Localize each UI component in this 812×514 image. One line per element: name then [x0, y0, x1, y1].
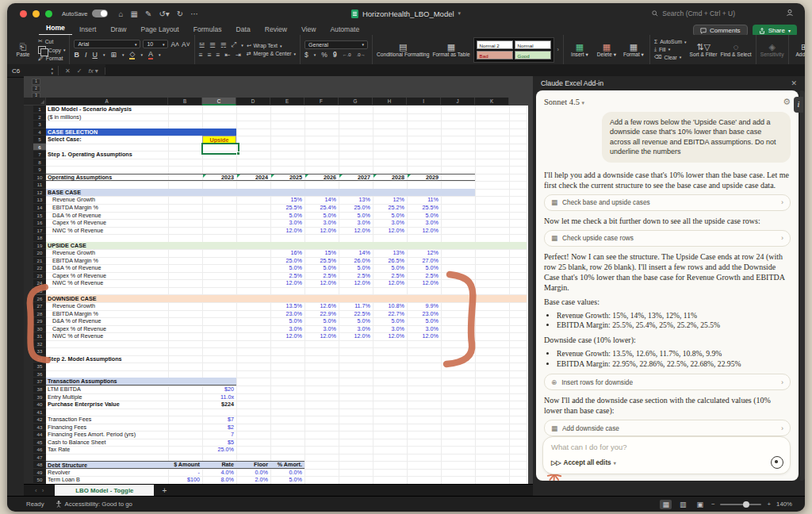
cell-style-normal2[interactable]: Normal 2: [477, 40, 513, 49]
grid-cell-F27[interactable]: 12.6%: [304, 302, 339, 310]
row-header-22[interactable]: 22: [33, 264, 46, 272]
merge-center-button[interactable]: ⇄Merge & Center▾: [247, 51, 296, 57]
cell-style-good[interactable]: Good: [515, 51, 551, 59]
grid-cell-I15[interactable]: 5.0%: [407, 212, 441, 220]
grid-cell-C40[interactable]: $224: [202, 401, 236, 409]
grid-cell-H17[interactable]: 12.0%: [373, 227, 407, 235]
row-header-44[interactable]: 44: [33, 431, 46, 439]
row-header-17[interactable]: 17: [33, 227, 46, 235]
row-header-10[interactable]: 10: [33, 174, 46, 182]
column-header-B[interactable]: B: [168, 98, 202, 105]
row-header-50[interactable]: 50: [33, 476, 46, 484]
row-header-2[interactable]: 2: [33, 113, 46, 121]
grid-cell-A29[interactable]: D&A % of Revenue: [46, 317, 168, 325]
row-header-26[interactable]: 26: [33, 295, 46, 303]
row-header-34[interactable]: 34: [33, 355, 46, 363]
grid-cell-A22[interactable]: D&A % of Revenue: [46, 264, 168, 272]
autosave-toggle[interactable]: [92, 10, 108, 17]
grid-cell-E21[interactable]: 25.0%: [270, 257, 304, 265]
grid-cell-D48[interactable]: Floor: [236, 461, 270, 469]
grid-cell-I30[interactable]: 3.0%: [407, 325, 441, 333]
close-window-button[interactable]: [20, 10, 27, 17]
grid-cell-B48[interactable]: $ Amount: [168, 461, 202, 469]
grid-cell-D49[interactable]: 0.0%: [236, 469, 270, 477]
row-header-49[interactable]: 49: [33, 469, 46, 477]
ribbon-tab-home[interactable]: Home: [39, 24, 72, 36]
grid-cell-I24[interactable]: 12.0%: [407, 279, 441, 287]
grid-cell-A17[interactable]: NWC % of Revenue: [46, 227, 168, 235]
chat-input[interactable]: What can I do for you? ▷▷ Accept all edi…: [542, 436, 791, 474]
styles-gallery-expander[interactable]: ›: [557, 47, 559, 52]
grid-cell-I31[interactable]: 12.0%: [407, 332, 441, 340]
column-header-A[interactable]: A: [46, 98, 168, 105]
row-header-47[interactable]: 47: [33, 454, 46, 462]
more-icon[interactable]: ⋯: [190, 10, 198, 18]
row-header-18[interactable]: 18: [33, 234, 46, 242]
grid-cell-E23[interactable]: 2.5%: [270, 272, 304, 280]
accessibility-status[interactable]: Accessibility: Good to go: [56, 501, 132, 508]
row-header-23[interactable]: 23: [33, 272, 46, 280]
grid-cell-G28[interactable]: 22.5%: [339, 310, 373, 318]
account-icon[interactable]: [786, 9, 794, 18]
grid-cell-I27[interactable]: 9.9%: [407, 302, 441, 310]
edit-icon[interactable]: ✎: [145, 10, 151, 18]
grid-cell-E48[interactable]: % Amort.: [270, 461, 304, 469]
row-header-4[interactable]: 4: [33, 128, 46, 136]
grid-cell-H23[interactable]: 2.5%: [373, 272, 407, 280]
redo-icon[interactable]: ↻: [177, 10, 183, 18]
row-header-7[interactable]: 7: [33, 151, 46, 159]
row-header-35[interactable]: 35: [33, 362, 46, 370]
close-sidebar-icon[interactable]: ✕: [791, 79, 797, 87]
grid-cell-I10[interactable]: 2029: [407, 174, 441, 182]
grid-cell-F24[interactable]: 12.0%: [304, 279, 339, 287]
tool-call-insert-rows[interactable]: ⊕ Insert rows for downside ›: [544, 374, 791, 390]
row-header-20[interactable]: 20: [33, 249, 46, 257]
indent-icon[interactable]: ⇥: [236, 51, 241, 59]
grid-cell-G17[interactable]: 12.0%: [339, 227, 373, 235]
grid-cell-C42[interactable]: $7: [202, 416, 236, 424]
grid-cell-G10[interactable]: 2027: [339, 174, 373, 182]
align-top-icon[interactable]: ☱: [199, 41, 205, 49]
grid-cell-A40[interactable]: Purchase Enterprise Value: [46, 401, 168, 409]
grid-cell-A34[interactable]: Step 2. Model Assumptions: [46, 355, 168, 363]
row-header-11[interactable]: 11: [33, 181, 46, 189]
grid-cell-H20[interactable]: 13%: [373, 249, 407, 257]
grid-cell-A31[interactable]: NWC % of Revenue: [46, 332, 168, 340]
decrease-decimal-icon[interactable]: .0→: [357, 52, 366, 57]
tool-call-add-downside[interactable]: ▦ Add downside case ›: [544, 420, 791, 436]
grid-cell-E30[interactable]: 3.0%: [270, 325, 304, 333]
fill-color-icon[interactable]: ◇: [129, 50, 135, 59]
row-header-37[interactable]: 37: [33, 378, 46, 386]
align-center-icon[interactable]: ≡: [208, 51, 212, 59]
grid-cell-I28[interactable]: 23.0%: [407, 310, 441, 318]
grid-cell-I14[interactable]: 25.5%: [407, 204, 441, 212]
settings-gear-icon[interactable]: ⚙: [783, 97, 791, 107]
column-header-D[interactable]: D: [236, 98, 270, 105]
confirm-entry-icon[interactable]: ✓: [77, 67, 82, 75]
row-header-12[interactable]: 12: [33, 189, 46, 197]
grid-cell-H29[interactable]: 5.0%: [373, 317, 407, 325]
grid-cell-B50[interactable]: $100: [168, 476, 202, 484]
grid-cell-A44[interactable]: Financing Fees Amort. Period (yrs): [46, 431, 168, 439]
cancel-entry-icon[interactable]: ✕: [65, 67, 71, 75]
cell-style-normal[interactable]: Normal: [515, 40, 551, 49]
grid-cell-G24[interactable]: 12.0%: [339, 279, 373, 287]
grid-cell-G23[interactable]: 2.5%: [339, 272, 373, 280]
grid-cell-H13[interactable]: 12%: [373, 196, 407, 204]
grid-cell-F17[interactable]: 12.0%: [304, 227, 339, 235]
minimize-window-button[interactable]: [33, 10, 40, 17]
row-header-41[interactable]: 41: [33, 409, 46, 416]
row-header-6[interactable]: 6: [33, 144, 46, 152]
grid-cell-F13[interactable]: 14%: [304, 196, 339, 204]
grid-cell-E16[interactable]: 3.0%: [270, 219, 304, 227]
grid-cell-H16[interactable]: 3.0%: [373, 219, 407, 227]
grid-cell-G13[interactable]: 13%: [339, 196, 373, 204]
grid-cell-A50[interactable]: Term Loan B: [46, 476, 168, 484]
grid-cell-A28[interactable]: EBITDA Margin %: [46, 310, 168, 318]
grid-cell-C39[interactable]: 11.0x: [202, 393, 236, 401]
tool-call-check-rows[interactable]: ▦ Check upside case rows ›: [544, 230, 791, 247]
row-header-5[interactable]: 5: [33, 136, 46, 144]
grid-cell-A20[interactable]: Revenue Growth: [46, 249, 168, 257]
row-header-45[interactable]: 45: [33, 439, 46, 447]
find-select-button[interactable]: ◌Find & Select: [720, 42, 751, 58]
